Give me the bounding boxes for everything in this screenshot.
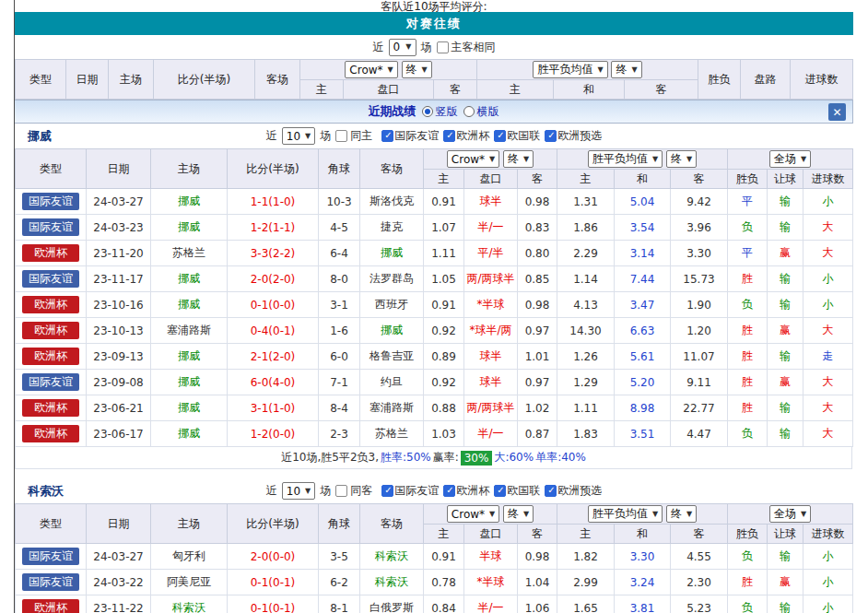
checkbox-label: 欧国联 <box>507 128 540 144</box>
league-filters: 国际友谊欧洲杯欧国联欧洲预选 <box>377 483 602 499</box>
same-venue-checkbox[interactable]: 同客 <box>335 483 372 499</box>
cell-goals: 小 <box>803 292 853 318</box>
cell-away-team: 挪威 <box>360 241 424 266</box>
cell-corner: 8-4 <box>319 395 360 421</box>
select-value: 全场 <box>774 151 796 167</box>
scope-select[interactable]: 全场▼ <box>769 505 811 523</box>
odds-final-select[interactable]: 终▼ <box>503 150 534 168</box>
match-row: 欧洲杯23-11-22科索沃0-1(0-1)8-1白俄罗斯0.84半/一1.06… <box>16 595 853 613</box>
same-home-away-checkbox[interactable]: 主客相同 <box>437 40 496 55</box>
summary-segment: 单率:40% <box>535 450 586 466</box>
select-value: Crow* <box>452 508 485 521</box>
europe-final-select[interactable]: 终▼ <box>666 150 697 168</box>
checkbox-icon <box>437 41 449 53</box>
odds-source-select[interactable]: Crow*▼ <box>447 150 499 168</box>
match-count-select[interactable]: 10▼ <box>282 482 315 500</box>
horizontal-layout-radio[interactable]: 横版 <box>463 104 499 120</box>
select-value: 全场 <box>774 506 796 522</box>
games-label: 场 <box>320 483 331 499</box>
col-eu-draw: 和 <box>615 525 671 544</box>
cell-ah-away-odds: 0.80 <box>518 241 557 266</box>
select-value: Crow* <box>452 153 485 166</box>
cell-winloss: 胜 <box>728 318 768 344</box>
odds-source-select[interactable]: Crow*▼ <box>345 61 397 78</box>
team-recent-section: 科索沃 近 10▼ 场 同客 国际友谊欧洲杯欧国联欧洲预选 <box>15 478 853 613</box>
europe-final-select[interactable]: 终▼ <box>666 505 697 523</box>
league-filter-checkbox[interactable]: 欧洲杯 <box>443 483 489 499</box>
h2h-count-select[interactable]: 0▼ <box>389 39 416 56</box>
col-type: 类型 <box>16 504 87 544</box>
col-home: 主场 <box>109 60 154 100</box>
cell-handicap: *球半/两 <box>464 318 518 344</box>
cell-home-team: 科索沃 <box>151 595 228 613</box>
league-filter-checkbox[interactable]: 欧国联 <box>494 483 540 499</box>
league-filter-checkbox[interactable]: 欧洲杯 <box>443 128 489 144</box>
cell-eu-draw-odds: 8.98 <box>615 395 671 421</box>
match-row: 国际友谊24-03-27匈牙利2-0(0-0)3-5科索沃0.91半球0.981… <box>16 544 853 570</box>
cell-ah-away-odds: 0.98 <box>518 189 557 215</box>
cell-eu-away-odds: 3.96 <box>671 215 728 241</box>
cell-ah-away-odds: 0.85 <box>518 266 557 292</box>
fulltime-score: 1-2 <box>251 428 269 441</box>
same-venue-checkbox[interactable]: 同主 <box>335 128 372 144</box>
cell-eu-away-odds: 5.23 <box>671 595 728 613</box>
match-row: 欧洲杯23-09-13挪威2-1(2-0)6-0格鲁吉亚0.89球半1.011.… <box>16 344 853 370</box>
league-filter-checkbox[interactable]: 国际友谊 <box>381 128 439 144</box>
radio-label: 竖版 <box>436 104 458 120</box>
cell-goals: 大 <box>803 318 853 344</box>
games-label: 场 <box>421 40 432 55</box>
league-filters: 国际友谊欧洲杯欧国联欧洲预选 <box>377 128 602 144</box>
col-score: 比分(半场) <box>228 149 319 189</box>
cell-home-team: 阿美尼亚 <box>151 570 228 595</box>
chevron-down-icon: ▼ <box>405 43 411 51</box>
match-row: 欧洲杯23-11-20苏格兰3-3(2-2)6-4挪威1.11平/半0.802.… <box>16 241 853 266</box>
cell-date: 24-03-22 <box>87 570 151 595</box>
europe-odds-select[interactable]: 胜平负均值▼ <box>588 505 663 523</box>
chevron-down-icon: ▼ <box>631 66 637 74</box>
league-filter-checkbox[interactable]: 欧洲预选 <box>545 483 602 499</box>
select-value: 胜平负均值 <box>592 151 648 167</box>
cell-eu-draw-odds: 3.54 <box>615 215 671 241</box>
vertical-layout-radio[interactable]: 竖版 <box>422 104 458 120</box>
cell-home-team: 塞浦路斯 <box>151 318 228 344</box>
cell-letball: 输 <box>768 421 803 447</box>
cell-handicap: 球半 <box>464 370 518 395</box>
odds-final-select[interactable]: 终▼ <box>402 61 432 78</box>
col-eu-home: 主 <box>557 170 615 189</box>
chevron-down-icon: ▼ <box>422 66 428 74</box>
odds-final-select[interactable]: 终▼ <box>503 505 534 523</box>
europe-odds-select[interactable]: 胜平负均值▼ <box>588 150 663 168</box>
europe-odds-select[interactable]: 胜平负均值▼ <box>533 61 607 78</box>
league-filter-checkbox[interactable]: 欧洲预选 <box>545 128 602 144</box>
h2h-controls: 近 0▼ 场 主客相同 <box>15 35 853 59</box>
cell-handicap: 半球 <box>464 544 518 570</box>
cell-away-team: 苏格兰 <box>360 421 424 447</box>
cell-eu-draw-odds: 3.51 <box>615 421 671 447</box>
scope-select[interactable]: 全场▼ <box>769 150 811 168</box>
cell-eu-draw-odds: 3.47 <box>615 292 671 318</box>
match-row: 国际友谊24-03-23挪威1-2(1-1)4-5捷克1.07半/一0.831.… <box>16 215 853 241</box>
chevron-down-icon: ▼ <box>489 511 495 518</box>
league-filter-checkbox[interactable]: 欧国联 <box>494 128 540 144</box>
cell-corner: 7-1 <box>319 370 360 395</box>
checkbox-icon <box>545 130 557 142</box>
halftime-score: (0-0) <box>268 428 295 441</box>
chevron-down-icon: ▼ <box>801 511 806 518</box>
col-date: 日期 <box>66 60 109 100</box>
close-icon[interactable]: ✕ <box>828 103 846 121</box>
cell-goals: 小 <box>803 189 853 215</box>
cell-ah-home-odds: 0.78 <box>424 570 464 595</box>
league-filter-checkbox[interactable]: 国际友谊 <box>381 483 439 499</box>
odds-source-select[interactable]: Crow*▼ <box>447 505 499 523</box>
col-ah-home: 主 <box>424 525 464 544</box>
cell-goals: 大 <box>803 215 853 241</box>
cell-eu-home-odds: 1.65 <box>557 595 615 613</box>
europe-final-select[interactable]: 终▼ <box>611 61 641 78</box>
match-count-select[interactable]: 10▼ <box>282 127 315 145</box>
match-row: 欧洲杯23-06-17挪威1-2(0-0)2-3苏格兰1.03半/一0.871.… <box>16 421 853 447</box>
halftime-score: (0-0) <box>268 550 295 563</box>
checkbox-label: 欧洲预选 <box>557 128 602 144</box>
cell-eu-away-odds: 11.07 <box>671 344 728 370</box>
cell-eu-away-odds: 15.73 <box>671 266 728 292</box>
cell-winloss: 胜 <box>728 370 768 395</box>
